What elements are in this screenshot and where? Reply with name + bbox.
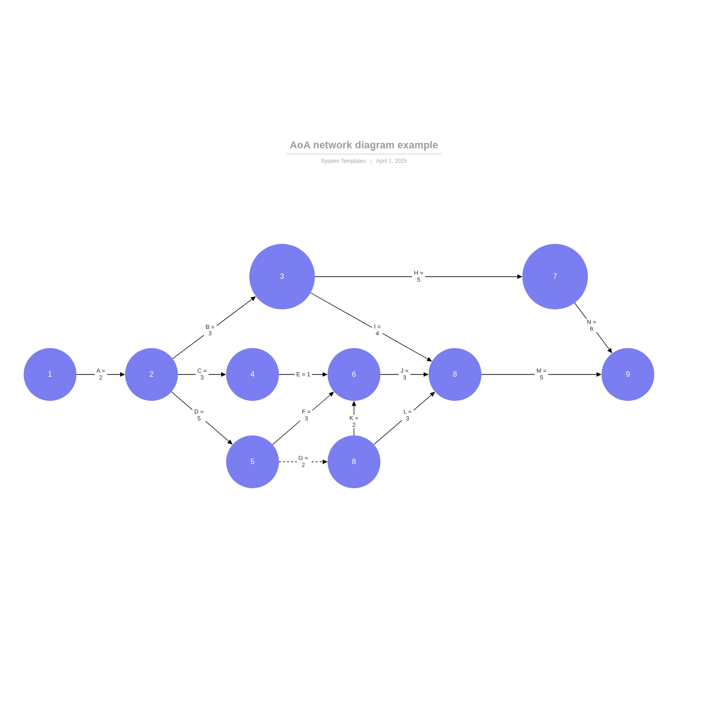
edge-arrow-G — [323, 460, 328, 464]
edge-arrow-I — [426, 357, 432, 362]
node-4[interactable]: 4 — [226, 348, 279, 401]
node-8[interactable]: 8 — [328, 435, 380, 488]
edge-label-D: D =5 — [192, 409, 206, 422]
edge-label-H: H =5 — [412, 270, 425, 283]
edge-label-F: F =3 — [300, 409, 313, 422]
edge-arrow-H — [517, 274, 522, 279]
edge-label-N: N =6 — [585, 319, 598, 333]
edge-label-K: K =2 — [348, 415, 360, 429]
node-6[interactable]: 6 — [328, 348, 380, 401]
node-5[interactable]: 5 — [226, 435, 279, 488]
edge-label-L: L =3 — [402, 409, 414, 422]
node-1[interactable]: 1 — [24, 348, 76, 401]
node-9[interactable]: 9 — [602, 348, 654, 401]
edge-arrow-J — [424, 372, 429, 377]
node-7[interactable]: 7 — [522, 244, 588, 309]
edge-arrow-N — [607, 348, 612, 354]
node-3[interactable]: 3 — [249, 244, 315, 309]
edge-label-A: A =2 — [95, 368, 107, 381]
edge-arrow-B — [251, 296, 256, 301]
node-8[interactable]: 8 — [429, 348, 481, 401]
edge-label-I: I =4 — [372, 324, 383, 338]
edge-label-G: G =2 — [297, 455, 310, 469]
edge-arrow-M — [597, 372, 602, 377]
edge-I — [311, 293, 428, 359]
edge-arrow-C — [221, 372, 226, 377]
edge-label-E: E = 1 — [294, 371, 312, 378]
node-2[interactable]: 2 — [125, 348, 178, 401]
edge-label-C: C =3 — [196, 368, 209, 381]
edge-arrow-E — [323, 372, 328, 377]
edge-label-M: M =5 — [535, 368, 548, 381]
edge-arrow-A — [120, 372, 125, 377]
edge-label-B: B =3 — [204, 324, 217, 338]
edge-label-J: J =3 — [399, 368, 410, 381]
edge-arrow-K — [352, 401, 356, 406]
